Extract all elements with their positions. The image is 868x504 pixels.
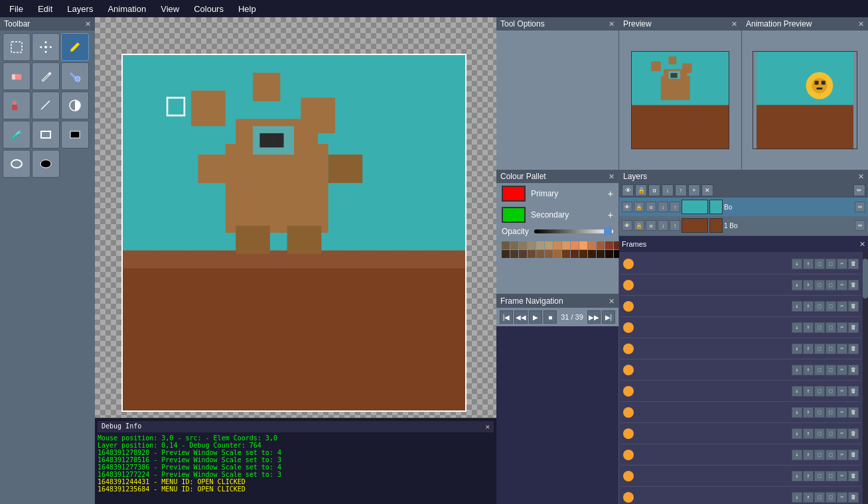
frame-del-btn[interactable]: 🗑 [848, 492, 859, 503]
layers-up-button[interactable]: ↑ [675, 184, 687, 196]
frame-copy-btn[interactable]: ⬚ [814, 428, 825, 439]
frame-up-btn[interactable]: ↑ [803, 386, 814, 397]
layer-1-alpha[interactable]: α [646, 202, 656, 212]
tool-rect-outline[interactable] [32, 121, 60, 149]
frame-cut-btn[interactable]: ✂ [837, 322, 847, 333]
opacity-slider[interactable] [534, 229, 613, 233]
layer-0-eye[interactable]: 👁 [622, 220, 632, 231]
frame-nav-stop-button[interactable]: ■ [543, 310, 557, 324]
frame-copy-btn[interactable]: ⬚ [814, 365, 825, 375]
frame-nav-start-button[interactable]: |◀ [500, 310, 513, 324]
layer-0-alpha[interactable]: α [646, 220, 656, 231]
palette-color[interactable] [510, 241, 518, 249]
frame-up-btn[interactable]: ↑ [803, 492, 814, 503]
layers-eye-toggle[interactable]: 👁 [622, 184, 634, 196]
palette-color[interactable] [510, 250, 518, 258]
frame-row[interactable]: ↓ ↑ ⬚ ⬚ ✂ 🗑 [620, 466, 861, 487]
palette-color[interactable] [579, 241, 587, 249]
frame-copy-btn[interactable]: ⬚ [814, 301, 825, 312]
frame-down-btn[interactable]: ↓ [792, 471, 802, 481]
layers-edit-button[interactable]: ✏ [853, 184, 865, 196]
frame-paste-btn[interactable]: ⬚ [826, 365, 836, 375]
frame-paste-btn[interactable]: ⬚ [826, 322, 836, 333]
palette-color[interactable] [528, 241, 536, 249]
frame-del-btn[interactable]: 🗑 [848, 259, 859, 269]
frames-scrollbar[interactable] [863, 252, 868, 504]
frame-del-btn[interactable]: 🗑 [848, 428, 859, 439]
frame-paste-btn[interactable]: ⬚ [826, 386, 836, 397]
layer-1-up[interactable]: ↑ [670, 202, 680, 212]
frame-up-btn[interactable]: ↑ [803, 450, 814, 460]
frame-up-btn[interactable]: ↑ [803, 428, 814, 439]
primary-colour-swatch[interactable] [502, 186, 526, 202]
tool-ruler[interactable] [32, 92, 60, 119]
frame-cut-btn[interactable]: ✂ [837, 407, 847, 418]
palette-color[interactable] [528, 250, 536, 258]
frame-cut-btn[interactable]: ✂ [837, 386, 847, 397]
frame-del-btn[interactable]: 🗑 [848, 322, 859, 333]
tool-rect-fill[interactable] [61, 121, 89, 149]
frame-copy-btn[interactable]: ⬚ [814, 492, 825, 503]
frame-del-btn[interactable]: 🗑 [848, 407, 859, 418]
layer-row-1[interactable]: 👁 🔒 α ↓ ↑ Bo ✏ [619, 198, 868, 216]
layers-lock-toggle[interactable]: 🔒 [635, 184, 647, 196]
layers-close-button[interactable]: ✕ [858, 172, 864, 181]
frame-cut-btn[interactable]: ✂ [837, 492, 847, 503]
opacity-thumb[interactable] [604, 227, 612, 236]
frame-row[interactable]: ↓ ↑ ⬚ ⬚ ✂ 🗑 [620, 423, 861, 444]
frame-paste-btn[interactable]: ⬚ [826, 407, 836, 418]
palette-color[interactable] [536, 241, 544, 249]
frame-copy-btn[interactable]: ⬚ [814, 450, 825, 460]
frame-cut-btn[interactable]: ✂ [837, 344, 847, 354]
frame-down-btn[interactable]: ↓ [792, 322, 802, 333]
frame-down-btn[interactable]: ↓ [792, 344, 802, 354]
frame-copy-btn[interactable]: ⬚ [814, 471, 825, 481]
frame-cut-btn[interactable]: ✂ [837, 301, 847, 312]
layer-1-eye[interactable]: 👁 [622, 202, 632, 212]
frame-paste-btn[interactable]: ⬚ [826, 471, 836, 481]
tool-options-close-button[interactable]: ✕ [609, 20, 615, 29]
frame-down-btn[interactable]: ↓ [792, 450, 802, 460]
tool-brush[interactable] [32, 62, 60, 90]
frame-cut-btn[interactable]: ✂ [837, 365, 847, 375]
frame-paste-btn[interactable]: ⬚ [826, 301, 836, 312]
palette-color[interactable] [579, 250, 587, 258]
frame-down-btn[interactable]: ↓ [792, 428, 802, 439]
layer-1-down[interactable]: ↓ [658, 202, 668, 212]
palette-color[interactable] [588, 241, 596, 249]
palette-color[interactable] [562, 250, 570, 258]
layers-add-button[interactable]: + [688, 184, 700, 196]
frame-del-btn[interactable]: 🗑 [848, 450, 859, 460]
palette-color[interactable] [502, 250, 510, 258]
frame-row[interactable]: ↓ ↑ ⬚ ⬚ ✂ 🗑 [620, 296, 861, 317]
frame-row[interactable]: ↓ ↑ ⬚ ⬚ ✂ 🗑 [620, 359, 861, 381]
layer-1-edit[interactable]: ✏ [855, 202, 865, 212]
frame-up-btn[interactable]: ↑ [803, 280, 814, 290]
frame-nav-play-button[interactable]: ▶ [529, 310, 542, 324]
palette-color[interactable] [597, 250, 605, 258]
frame-paste-btn[interactable]: ⬚ [826, 492, 836, 503]
layer-1-lock[interactable]: 🔒 [634, 202, 644, 212]
tool-spray[interactable] [3, 92, 31, 119]
colour-pallet-close-button[interactable]: ✕ [609, 172, 615, 181]
frames-scrollbar-thumb[interactable] [863, 259, 868, 298]
palette-color[interactable] [605, 250, 613, 258]
secondary-colour-swatch[interactable] [502, 207, 526, 223]
frame-row[interactable]: ↓ ↑ ⬚ ⬚ ✂ 🗑 [620, 253, 861, 275]
frame-row[interactable]: ↓ ↑ ⬚ ⬚ ✂ 🗑 [620, 317, 861, 338]
tool-ellipse-fill[interactable] [32, 150, 60, 178]
frame-paste-btn[interactable]: ⬚ [826, 428, 836, 439]
layer-row-0[interactable]: 👁 🔒 α ↓ ↑ 1 Bo ✏ [619, 216, 868, 235]
canvas-area[interactable] [121, 54, 467, 412]
frame-up-btn[interactable]: ↑ [803, 344, 814, 354]
tool-select[interactable] [3, 33, 31, 61]
tool-move[interactable] [32, 33, 60, 61]
palette-color[interactable] [536, 250, 544, 258]
frame-paste-btn[interactable]: ⬚ [826, 450, 836, 460]
frame-del-btn[interactable]: 🗑 [848, 471, 859, 481]
frame-del-btn[interactable]: 🗑 [848, 386, 859, 397]
frame-copy-btn[interactable]: ⬚ [814, 259, 825, 269]
frame-cut-btn[interactable]: ✂ [837, 428, 847, 439]
layers-down-button[interactable]: ↓ [662, 184, 674, 196]
palette-color[interactable] [519, 241, 527, 249]
